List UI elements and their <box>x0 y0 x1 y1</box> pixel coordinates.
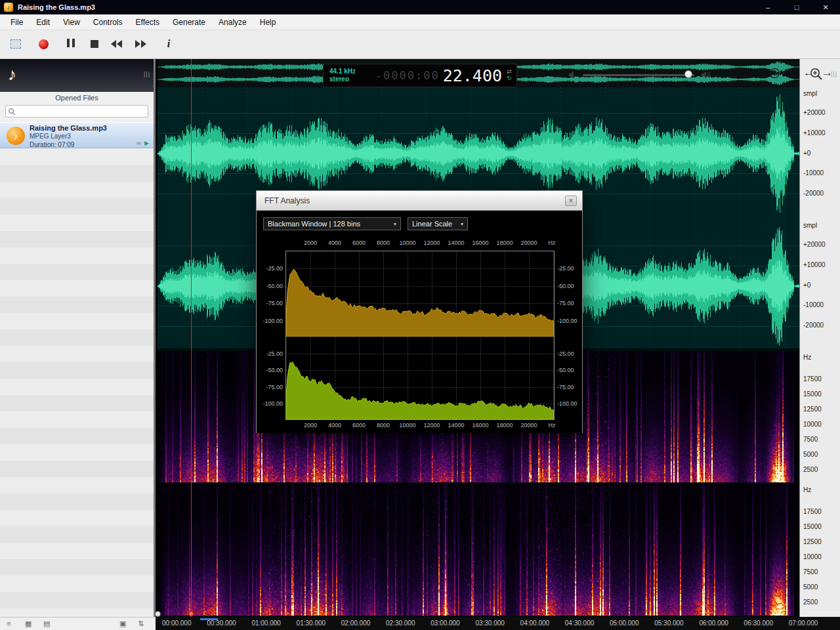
menu-edit[interactable]: Edit <box>30 16 56 29</box>
fft-db-tick: -75.00 <box>557 384 574 390</box>
grid-view-icon[interactable]: ▦ <box>25 620 32 628</box>
timeline-ruler[interactable]: 00:00.00000:30.00001:00.00001:30.00002:0… <box>156 617 840 630</box>
music-note-icon: ♪ <box>8 64 16 85</box>
pause-button[interactable] <box>62 35 80 53</box>
wave-scale-label: smpl <box>803 90 817 97</box>
spec-scale-label: 5000 <box>803 451 818 458</box>
timeline-label: 02:30.000 <box>386 620 415 627</box>
selection-tool-button[interactable] <box>7 35 25 53</box>
record-button[interactable] <box>34 35 52 53</box>
wave-scale-label: +10000 <box>803 261 826 268</box>
sidebar-footer: ≡ ▦ ▤ ▣ ⇅ <box>0 617 156 630</box>
spec-scale-label: 10000 <box>803 421 822 428</box>
timeline-label: 03:00.000 <box>430 620 460 627</box>
list-view-icon[interactable]: ≡ <box>7 620 10 627</box>
menu-view[interactable]: View <box>56 16 87 29</box>
menu-help[interactable]: Help <box>253 16 283 29</box>
stop-button[interactable] <box>85 35 104 53</box>
format-readout: 44.1 kHz stereo <box>324 66 361 86</box>
loop-icon[interactable]: ∞ <box>136 139 141 146</box>
fft-db-tick: -75.00 <box>557 300 574 306</box>
fft-freq-tick: 4000 <box>322 422 348 429</box>
fft-db-tick: -50.00 <box>261 367 283 373</box>
wave-scale-label: +0 <box>803 282 810 289</box>
fft-scale-select[interactable]: Linear Scale▾ <box>408 217 468 230</box>
volume-max-icon[interactable] <box>701 70 711 82</box>
wave-scale-label: +20000 <box>803 241 826 248</box>
compact-view-icon[interactable]: ▤ <box>43 620 50 628</box>
fft-db-tick: -50.00 <box>557 367 574 373</box>
fft-freq-tick: 6000 <box>346 422 372 429</box>
playhead-cursor[interactable] <box>191 59 192 617</box>
files-sidebar: ♪ ||| Opened Files ♪ Raising the Glass.m… <box>0 59 156 617</box>
file-meta: Raising the Glass.mp3 MPEG Layer3 Durati… <box>30 123 154 148</box>
selection-start-marker[interactable] <box>155 611 161 617</box>
fft-db-tick: -25.00 <box>261 350 283 357</box>
fft-db-tick: -75.00 <box>261 384 283 390</box>
fft-freq-unit: Hz <box>539 422 565 429</box>
wave-scale-label: +20000 <box>803 109 826 116</box>
menubar: File Edit View Controls Effects Generate… <box>0 14 840 30</box>
info-icon: i <box>167 38 170 50</box>
fft-freq-tick: 14000 <box>443 422 469 429</box>
file-search-input[interactable] <box>19 106 144 116</box>
file-search-box[interactable] <box>5 105 148 117</box>
file-name: Raising the Glass.mp3 <box>30 124 154 133</box>
timeline-label: 04:30.000 <box>565 620 595 627</box>
fft-db-tick: -50.00 <box>261 283 283 289</box>
opened-file-item[interactable]: ♪ Raising the Glass.mp3 MPEG Layer3 Dura… <box>0 122 154 148</box>
fft-freq-tick: 2000 <box>297 240 324 246</box>
fft-close-button[interactable]: ✕ <box>565 196 577 206</box>
rewind-button[interactable] <box>108 35 126 53</box>
menu-analyze[interactable]: Analyze <box>212 16 253 29</box>
file-format: MPEG Layer3 <box>30 133 154 140</box>
spec-scale-label: Hz <box>803 486 811 494</box>
info-button[interactable]: i <box>159 35 178 53</box>
wave-scale-label: +10000 <box>803 129 826 136</box>
play-file-icon[interactable]: ▶ <box>144 140 149 146</box>
loop-toggle-icon[interactable]: ↻ <box>507 75 512 82</box>
minimize-button[interactable]: – <box>753 0 782 14</box>
menu-controls[interactable]: Controls <box>87 16 129 29</box>
app-icon: ♪ <box>4 3 13 12</box>
go-forward-button[interactable]: → <box>822 66 833 79</box>
fft-db-tick: -50.00 <box>557 283 574 289</box>
sort-icon[interactable]: ⇅ <box>138 620 144 628</box>
fft-window-select[interactable]: Blackman Window | 128 bins▾ <box>263 217 401 230</box>
file-list-empty-area <box>0 149 154 617</box>
menu-file[interactable]: File <box>4 16 30 29</box>
scale-column: ||| smpl+20000+10000+0-10000-20000smpl+2… <box>799 59 840 617</box>
wave-scale-label: +0 <box>803 150 810 157</box>
preview-icon[interactable]: ▣ <box>119 620 126 628</box>
window-title: Raising the Glass.mp3 <box>18 3 95 11</box>
go-back-button[interactable]: ← <box>803 66 814 79</box>
fft-dialog-titlebar[interactable]: FFT Analysis ✕ <box>257 191 582 211</box>
close-button[interactable]: ✕ <box>811 0 840 14</box>
volume-slider-handle[interactable] <box>684 70 692 78</box>
spec-scale-label: 5000 <box>803 583 818 591</box>
selection-icon <box>10 39 21 49</box>
spec-scale-label: 17500 <box>803 375 822 383</box>
volume-control <box>567 67 714 83</box>
volume-min-icon[interactable] <box>568 70 578 82</box>
timeline-label: 05:30.000 <box>654 620 684 627</box>
spec-scale-label: 12500 <box>803 406 822 413</box>
fft-db-tick: -25.00 <box>557 265 574 272</box>
fast-forward-button[interactable] <box>131 35 150 53</box>
timeline-label: 02:00.000 <box>341 620 371 627</box>
sidebar-resize-grip[interactable]: ||| <box>144 71 150 77</box>
file-duration: Duration: 07:09 <box>30 141 154 149</box>
volume-slider-track[interactable] <box>583 74 694 76</box>
menu-generate[interactable]: Generate <box>166 16 212 29</box>
spec-scale-label: Hz <box>803 354 811 361</box>
playhead-marker[interactable] <box>188 611 194 617</box>
timeline-label: 03:30.000 <box>475 620 505 627</box>
fft-freq-tick: 10000 <box>394 240 421 246</box>
maximize-button[interactable]: □ <box>782 0 811 14</box>
fft-frequency-axis-bottom: 2000400060008000100001200014000160001800… <box>257 422 583 430</box>
clock-caret-icon: ▾ <box>782 70 785 76</box>
spectrogram-right-canvas[interactable] <box>158 484 799 616</box>
duration-menu[interactable]: ▾ <box>769 68 785 79</box>
spec-scale-label: 15000 <box>803 390 822 398</box>
menu-effects[interactable]: Effects <box>129 16 166 29</box>
